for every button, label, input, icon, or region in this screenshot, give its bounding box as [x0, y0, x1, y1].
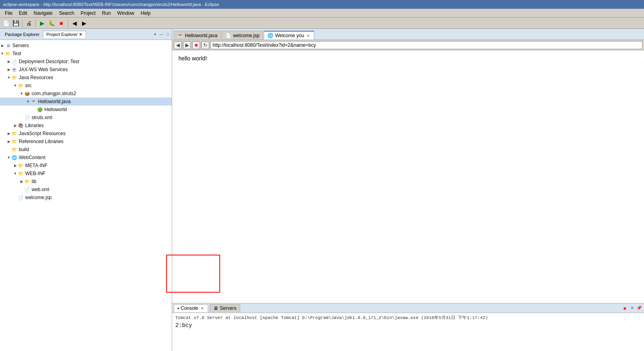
tree-arrow[interactable]: ▼: [13, 172, 18, 176]
editor-tab[interactable]: 🌐 Welcome you ✕: [264, 31, 314, 40]
browser-refresh-btn[interactable]: ↻: [201, 41, 209, 49]
menu-help[interactable]: Help: [138, 10, 154, 17]
tab-label: Helloworld.java: [185, 33, 217, 38]
tree-arrow[interactable]: ▼: [13, 84, 18, 88]
tree-item[interactable]: ▼📦com.zhangpn.struts2: [0, 90, 172, 98]
url-bar[interactable]: [211, 41, 642, 49]
menu-project[interactable]: Project: [77, 10, 98, 17]
explorer-header: Package Explorer Project Explorer ✕ ▾ — …: [0, 29, 172, 40]
tree-icon: 📁: [18, 82, 24, 89]
tree-label: WEB-INF: [25, 171, 46, 176]
toolbar-save-btn[interactable]: 💾: [11, 19, 20, 28]
menu-file[interactable]: File: [2, 10, 16, 17]
tree-item[interactable]: 📄web.xml: [0, 185, 172, 193]
explorer-collapse-btn[interactable]: ▾: [153, 32, 157, 37]
tree-icon: 🖥: [5, 42, 11, 49]
tree-arrow[interactable]: ▼: [26, 100, 30, 104]
tree-arrow[interactable]: ▼: [6, 156, 11, 160]
tree-arrow[interactable]: ▶: [6, 132, 11, 136]
tree-arrow[interactable]: ▶: [6, 68, 11, 72]
editor-tab[interactable]: 📄 welcome.jsp: [222, 31, 263, 40]
tree-item[interactable]: ▶🖥Servers: [0, 42, 172, 50]
tree-arrow[interactable]: ▼: [6, 76, 11, 80]
toolbar-print-btn[interactable]: 🖨: [24, 19, 33, 28]
tree-item[interactable]: 📄struts.xml: [0, 114, 172, 122]
explorer-tab-icons: ▾ — □: [153, 32, 170, 37]
tree-icon: 📦: [24, 90, 30, 97]
tree-item[interactable]: 📄welcome.jsp: [0, 193, 172, 201]
console-remove-btn[interactable]: ✕: [629, 305, 635, 311]
bottom-panel: ▪ Console ✕ 🖥 Servers ■ ✕ 📌 Tomcat v7.0 …: [172, 303, 644, 351]
tab-project-explorer[interactable]: Project Explorer ✕: [43, 31, 86, 38]
tree-icon: 🟢: [37, 106, 43, 113]
tree-item[interactable]: ▼📁src: [0, 82, 172, 90]
explorer-min-btn[interactable]: —: [158, 32, 165, 37]
tree-item[interactable]: ▶📁JavaScript Resources: [0, 130, 172, 138]
editor-tab[interactable]: ☕ Helloworld.java: [174, 31, 221, 40]
menu-search[interactable]: Search: [56, 10, 77, 17]
toolbar-run-btn[interactable]: ▶: [38, 19, 46, 28]
console-tab-servers[interactable]: 🖥 Servers: [210, 304, 240, 312]
browser-back-btn[interactable]: ◀: [174, 41, 182, 49]
browser-forward-btn[interactable]: ▶: [183, 41, 191, 49]
tree-arrow[interactable]: ▼: [19, 92, 24, 96]
tree-item[interactable]: 🟢Helloworld: [0, 106, 172, 114]
tree-arrow[interactable]: ▶: [0, 44, 5, 48]
console-tab-console[interactable]: ▪ Console ✕: [174, 304, 208, 312]
right-panel: ☕ Helloworld.java📄 welcome.jsp🌐 Welcome …: [172, 29, 644, 351]
tab-close-btn[interactable]: ✕: [306, 33, 311, 38]
tree-arrow[interactable]: ▶: [6, 60, 11, 64]
tree-arrow[interactable]: ▶: [6, 140, 11, 144]
tree-item[interactable]: ▼🌐WebContent: [0, 154, 172, 162]
menu-run[interactable]: Run: [99, 10, 114, 17]
browser-stop-btn[interactable]: ■: [192, 41, 200, 49]
tree-container[interactable]: ▶🖥Servers▼📁Test▶📄Deployment Descriptor: …: [0, 40, 172, 351]
toolbar: 📄 💾 🖨 ▶ 🐛 ■ ◀ ▶: [0, 18, 644, 29]
tree-item[interactable]: ▶☕JAX-WS Web Services: [0, 66, 172, 74]
console-pin-btn[interactable]: 📌: [636, 305, 642, 311]
tree-label: META-INF: [25, 163, 48, 168]
tree-item[interactable]: ▶📁Referenced Libraries: [0, 138, 172, 146]
toolbar-new-btn[interactable]: 📄: [2, 19, 10, 28]
toolbar-back-btn[interactable]: ◀: [70, 19, 79, 28]
explorer-max-btn[interactable]: □: [165, 32, 170, 37]
tree-arrow[interactable]: ▶: [13, 164, 18, 168]
tree-item[interactable]: ▼☕Helloworld.java: [0, 98, 172, 106]
menu-navigate[interactable]: Navigate: [30, 10, 56, 17]
tree-item[interactable]: ▶📚Libraries: [0, 122, 172, 130]
console-terminate-btn[interactable]: ■: [622, 305, 628, 311]
tree-item[interactable]: ▼📁Java Resources: [0, 74, 172, 82]
tree-label: Libraries: [25, 123, 44, 128]
tree-label: struts.xml: [32, 115, 52, 120]
menu-window[interactable]: Window: [114, 10, 138, 17]
tree-item[interactable]: 📁build: [0, 146, 172, 154]
title-text: eclipse-workspace - http://localhost:808…: [3, 2, 219, 7]
tree-icon: 📁: [11, 138, 18, 145]
tab-package-explorer[interactable]: Package Explorer: [2, 31, 43, 38]
tree-item[interactable]: ▼📁Test: [0, 50, 172, 58]
console-tab-icons: ■ ✕ 📌: [622, 305, 642, 311]
tree-item[interactable]: ▼📁WEB-INF: [0, 170, 172, 177]
main-layout: Package Explorer Project Explorer ✕ ▾ — …: [0, 29, 644, 351]
console-tab-close[interactable]: ✕: [200, 306, 205, 311]
tree-item[interactable]: ▶📁lib: [0, 177, 172, 185]
console-tabs: ▪ Console ✕ 🖥 Servers ■ ✕ 📌: [172, 303, 644, 313]
toolbar-forward-btn[interactable]: ▶: [80, 19, 88, 28]
tree-label: Java Resources: [19, 75, 53, 80]
console-content: Tomcat v7.0 Server at localhost [Apache …: [172, 313, 644, 351]
tree-arrow[interactable]: ▼: [0, 52, 5, 56]
tree-label: web.xml: [32, 187, 49, 192]
console-tab-label: Console: [181, 305, 198, 311]
tree-item[interactable]: ▶📁META-INF: [0, 162, 172, 170]
tree-icon: 📁: [18, 162, 24, 169]
tree-icon: ☕: [30, 98, 37, 105]
toolbar-stop-btn[interactable]: ■: [57, 19, 66, 28]
tree-label: Helloworld: [44, 107, 67, 112]
tree-arrow[interactable]: ▶: [19, 179, 24, 183]
tree-item[interactable]: ▶📄Deployment Descriptor: Test: [0, 58, 172, 66]
toolbar-sep-1: [22, 20, 22, 27]
menu-edit[interactable]: Edit: [16, 10, 30, 17]
tree-arrow[interactable]: ▶: [13, 124, 18, 128]
tree-label: Referenced Libraries: [19, 139, 63, 144]
toolbar-debug-btn[interactable]: 🐛: [47, 19, 56, 28]
